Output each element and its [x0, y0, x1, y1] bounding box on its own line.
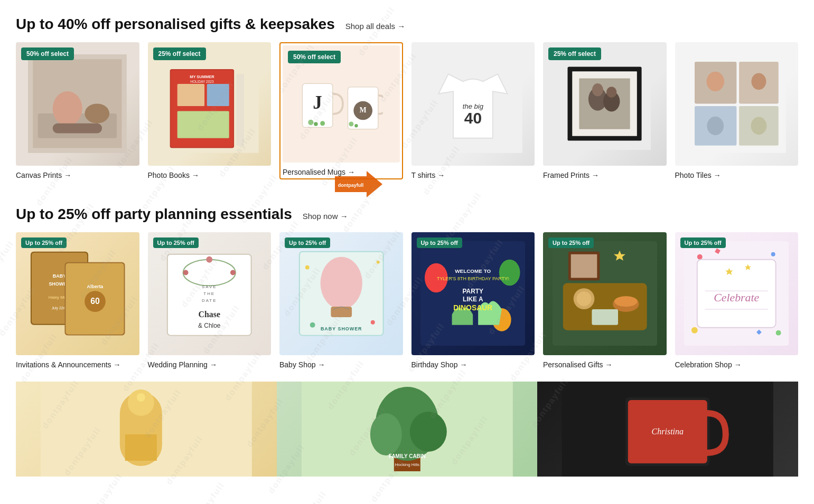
svg-point-65 [206, 256, 212, 263]
bottom-teaser-strip: FAMILY CABIN Hocking Hills Christina [16, 382, 798, 477]
birthday-svg: WELCOME TO TYLER'S 8TH BIRTHDAY PARTY! P… [420, 241, 525, 346]
invitations-svg: BABY SHOWER Haley Miller July 22nd Alber… [25, 241, 130, 346]
wedding-arrow: → [210, 360, 217, 369]
svg-point-45 [706, 72, 724, 91]
wedding-svg: SAVE THE DATE Chase & Chloe [157, 241, 261, 346]
celebration-svg: Celebrate [684, 241, 789, 346]
product-card-photo-books[interactable]: 25% off select MY SUMMER HOLIDAY 2023 [148, 42, 272, 179]
page-container: Up to 40% off personalised gifts & keeps… [0, 16, 814, 477]
svg-text:BABY SHOWER: BABY SHOWER [320, 326, 362, 331]
celebration-badge: Up to 25% off [680, 237, 726, 248]
svg-point-96 [614, 296, 638, 307]
birthday-arrow: → [460, 360, 467, 369]
svg-rect-97 [592, 309, 618, 325]
tiles-visual [675, 42, 799, 166]
svg-point-94 [576, 291, 591, 306]
product-card-canvas-prints[interactable]: 50% off select Canvas Prints [16, 42, 139, 179]
celebration-image: Up to 25% off Celebrate [675, 232, 799, 356]
svg-text:TYLER'S 8TH BIRTHDAY PARTY!: TYLER'S 8TH BIRTHDAY PARTY! [437, 276, 509, 281]
invitations-arrow: → [114, 360, 121, 369]
mugs-image: 50% off select J [283, 45, 400, 163]
strip-center-svg: FAMILY CABIN Hocking Hills [277, 382, 538, 477]
strip-right: Christina [537, 382, 798, 477]
party-card-celebration[interactable]: Up to 25% off Celebrate [675, 232, 799, 369]
svg-text:Hocking Hills: Hocking Hills [395, 462, 419, 467]
tiles-svg [687, 54, 786, 153]
svg-point-124 [409, 412, 446, 452]
wedding-badge: Up to 25% off [153, 237, 199, 248]
invitations-label: Invitations & Announcements → [16, 360, 139, 369]
gifts-section-title: Up to 40% off personalised gifts & keeps… [16, 16, 335, 33]
invitations-badge: Up to 25% off [21, 237, 67, 248]
baby-image: Up to 25% off BA [279, 232, 403, 356]
svg-point-39 [606, 87, 616, 98]
svg-point-46 [751, 73, 766, 90]
svg-point-80 [370, 320, 375, 325]
canvas-prints-visual [16, 42, 139, 166]
canvas-prints-image: 50% off select [16, 42, 139, 166]
svg-text:WELCOME TO: WELCOME TO [455, 268, 491, 274]
arrow-svg: dontpayfull [335, 171, 382, 213]
canvas-prints-badge: 50% off select [21, 47, 74, 60]
svg-text:MY SUMMER: MY SUMMER [190, 74, 214, 79]
svg-point-20 [320, 121, 325, 126]
celebration-arrow: → [734, 360, 742, 369]
svg-text:Christina: Christina [652, 427, 684, 436]
baby-arrow: → [318, 360, 325, 369]
party-card-birthday[interactable]: Up to 25% off WELCOME TO TYLER'S 8TH BIR… [411, 232, 535, 369]
photo-books-badge: 25% off select [153, 47, 206, 60]
personalized-image: Up to 25% off [543, 232, 667, 356]
svg-rect-11 [177, 111, 229, 138]
framed-arrow: → [592, 171, 599, 179]
svg-text:LIKE A: LIKE A [463, 296, 483, 303]
svg-point-105 [776, 330, 781, 336]
tshirts-label: T shirts → [411, 171, 535, 179]
svg-text:DATE: DATE [202, 298, 217, 303]
photo-books-arrow: → [192, 171, 199, 179]
svg-point-38 [592, 83, 603, 97]
product-card-mugs[interactable]: 50% off select J [279, 42, 403, 179]
tshirts-visual: the big 40 [411, 42, 535, 166]
party-card-personalized[interactable]: Up to 25% off [543, 232, 667, 369]
svg-text:PARTY: PARTY [463, 288, 483, 295]
baby-label: Baby Shop → [279, 360, 403, 369]
framed-image: 25% off select [543, 42, 667, 166]
party-card-invitations[interactable]: Up to 25% off BABY SHOWER Haley Miller J… [16, 232, 139, 369]
framed-svg [558, 58, 651, 150]
svg-text:& Chloe: & Chloe [198, 322, 221, 329]
svg-point-25 [349, 122, 353, 127]
personalized-svg [553, 241, 657, 346]
svg-text:Chase: Chase [199, 310, 220, 319]
invitations-text: Invitations & Announcements [16, 360, 111, 369]
party-card-wedding[interactable]: Up to 25% off SAVE THE DATE Chase & Chlo… [148, 232, 272, 369]
gifts-section-header: Up to 40% off personalised gifts & keeps… [16, 16, 798, 33]
svg-text:J: J [313, 92, 322, 113]
gifts-shop-all-link[interactable]: Shop all deals → [345, 22, 405, 31]
svg-text:THE: THE [203, 291, 215, 296]
mugs-svg: J M [299, 62, 383, 146]
personalized-badge: Up to 25% off [548, 237, 594, 248]
svg-point-48 [751, 117, 766, 135]
invitations-image: Up to 25% off BABY SHOWER Haley Miller J… [16, 232, 139, 356]
strip-left [16, 382, 277, 477]
birthday-badge: Up to 25% off [417, 237, 462, 248]
baby-svg: BABY SHOWER [289, 241, 394, 346]
framed-visual [543, 42, 667, 166]
party-section-header: Up to 25% off party planning essentials … [16, 206, 798, 223]
party-card-baby[interactable]: Up to 25% off BA [279, 232, 403, 369]
celebration-text: Celebration Shop [675, 360, 732, 369]
svg-rect-74 [331, 307, 352, 317]
svg-text:Celebrate: Celebrate [714, 291, 759, 304]
svg-point-103 [771, 252, 775, 256]
svg-point-64 [230, 270, 236, 275]
product-card-tshirts[interactable]: the big 40 T shirts → [411, 42, 535, 179]
canvas-prints-arrow: → [64, 171, 71, 179]
birthday-text: Birthday Shop [411, 360, 458, 369]
photo-books-image: 25% off select MY SUMMER HOLIDAY 2023 [148, 42, 272, 166]
product-card-tiles[interactable]: Photo Tiles → [675, 42, 799, 179]
svg-rect-14 [237, 74, 244, 146]
svg-rect-99 [570, 254, 597, 278]
wedding-image: Up to 25% off SAVE THE DATE Chase & Chlo… [148, 232, 272, 356]
svg-point-19 [314, 122, 318, 126]
product-card-framed[interactable]: 25% off select [543, 42, 667, 179]
